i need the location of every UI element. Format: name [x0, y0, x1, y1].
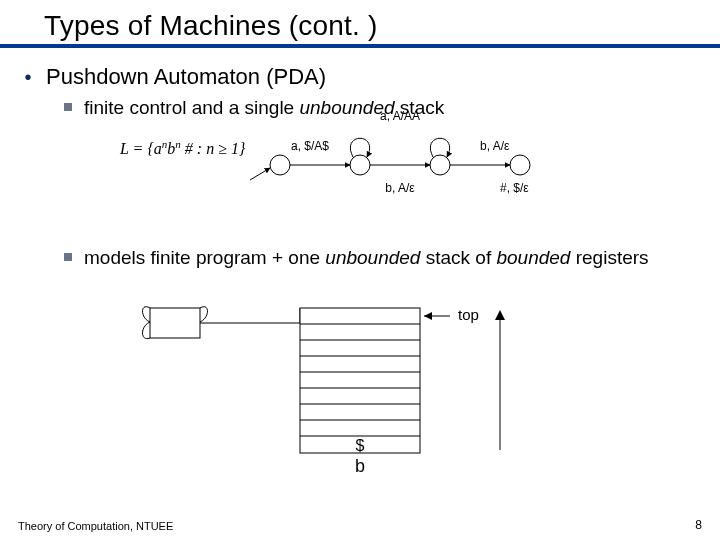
sub2-post: registers — [570, 247, 648, 268]
sub2-mid: stack of — [420, 247, 496, 268]
svg-point-1 — [350, 155, 370, 175]
lbl-hash-dollar: #, $/ε — [500, 181, 529, 195]
pda-diagram: a, A/AA a, $/A$ b, A/ε b, A/ε #, $/ε — [240, 110, 580, 200]
formula-L: L = {a — [120, 140, 162, 157]
bullet-level2-2: models finite program + one unbounded st… — [64, 246, 700, 270]
stack-bottom-dollar: $ — [356, 437, 365, 454]
stack-top-label: top — [458, 306, 479, 323]
svg-marker-21 — [424, 312, 432, 320]
svg-point-3 — [510, 155, 530, 175]
svg-point-0 — [270, 155, 290, 175]
lbl-b-Aeps-bot: b, A/ε — [385, 181, 415, 195]
lbl-a-AAA: a, A/AA — [380, 110, 420, 123]
stack-illustration: $ b top — [0, 290, 720, 480]
stack-body: $ — [300, 308, 420, 454]
square-bullet-icon — [64, 253, 72, 261]
sub2-italic2: bounded — [496, 247, 570, 268]
level2-text-2: models finite program + one unbounded st… — [84, 246, 649, 270]
level1-text: Pushdown Automaton (PDA) — [46, 64, 326, 90]
svg-point-2 — [430, 155, 450, 175]
sub2-italic1: unbounded — [325, 247, 420, 268]
page-number: 8 — [695, 518, 702, 532]
svg-line-4 — [250, 168, 270, 180]
stack-bottom-b: b — [355, 456, 365, 476]
lbl-a-dollarA: a, $/A$ — [291, 139, 329, 153]
lbl-b-Aeps-top: b, A/ε — [480, 139, 510, 153]
svg-rect-11 — [300, 308, 420, 453]
svg-rect-8 — [150, 308, 200, 338]
square-bullet-icon — [64, 103, 72, 111]
sub2-pre: models finite program + one — [84, 247, 325, 268]
slide-title: Types of Machines (cont. ) — [44, 10, 720, 42]
bullet-dot: • — [20, 64, 36, 90]
formula-hash: # : — [181, 140, 206, 157]
bullet-level1: • Pushdown Automaton (PDA) — [20, 64, 700, 90]
slide-footer: Theory of Computation, NTUEE — [18, 520, 173, 532]
svg-marker-23 — [495, 310, 505, 320]
title-bar: Types of Machines (cont. ) — [0, 10, 720, 48]
